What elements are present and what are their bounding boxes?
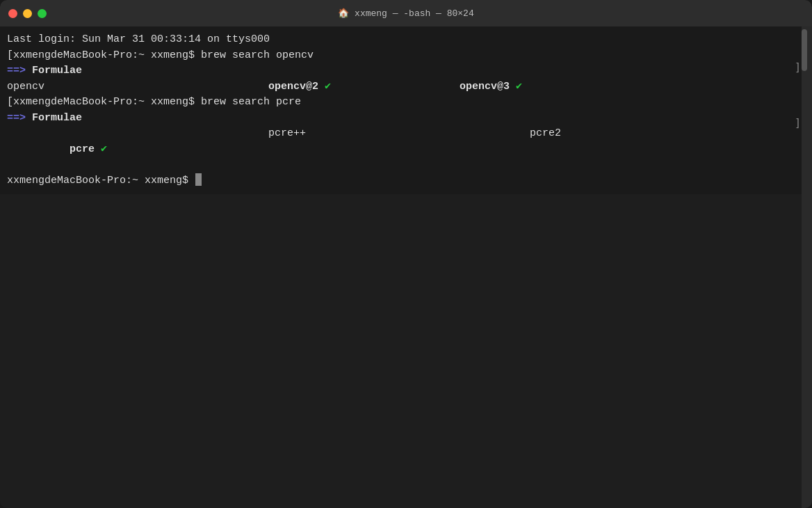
formulae-label-1: Formulae	[32, 63, 82, 79]
maximize-button[interactable]	[38, 9, 47, 18]
opencv3-label: opencv@3	[460, 79, 510, 95]
arrow-1: ==>	[7, 63, 26, 79]
opencv2-label: opencv@2	[268, 79, 318, 95]
space-1	[26, 63, 32, 79]
opencv3-check: ✔	[510, 79, 522, 95]
prompt-3: xxmengdeMacBook-Pro:~ xxmeng$	[7, 173, 195, 189]
title-bar: 🏠 xxmeng — -bash — 80×24	[0, 0, 812, 26]
prompt-2: [xxmengdeMacBook-Pro:~ xxmeng$ brew sear…	[7, 95, 301, 111]
pcrePP-label: pcre++	[268, 126, 530, 173]
cmd1-line: [xxmengdeMacBook-Pro:~ xxmeng$ brew sear…	[7, 48, 798, 64]
results2-line: pcre ✔ pcre++ pcre2	[7, 126, 798, 173]
prompt-1: [xxmengdeMacBook-Pro:~ xxmeng$ brew sear…	[7, 48, 314, 64]
space-2	[26, 111, 32, 127]
pcre-check: ✔	[95, 143, 107, 155]
close-button[interactable]	[8, 9, 17, 18]
opencv2-check: ✔	[318, 79, 331, 95]
formulae-label-2: Formulae	[32, 111, 82, 127]
pcre-label: pcre	[70, 143, 95, 155]
opencv-col1: opencv	[7, 79, 268, 95]
window-title: 🏠 xxmeng — -bash — 80×24	[338, 8, 473, 19]
bracket-bottom: ]	[795, 117, 801, 129]
terminal-body[interactable]: Last login: Sun Mar 31 00:33:14 on ttys0…	[0, 26, 812, 194]
formulae1-line: ==> Formulae	[7, 63, 798, 79]
formulae2-line: ==> Formulae	[7, 111, 798, 127]
arrow-2: ==>	[7, 111, 26, 127]
traffic-lights	[8, 9, 47, 18]
results1-line: opencv opencv@2 ✔ opencv@3 ✔	[7, 79, 798, 95]
cursor	[195, 173, 202, 186]
login-line: Last login: Sun Mar 31 00:33:14 on ttys0…	[7, 32, 798, 48]
pcre2-label: pcre2	[530, 126, 561, 173]
pcre-col1: pcre ✔	[7, 126, 268, 173]
bracket-top: ]	[795, 61, 801, 74]
prompt-line: xxmengdeMacBook-Pro:~ xxmeng$	[7, 173, 798, 189]
terminal-window: 🏠 xxmeng — -bash — 80×24 Last login: Sun…	[0, 0, 812, 508]
minimize-button[interactable]	[23, 9, 32, 18]
cmd2-line: [xxmengdeMacBook-Pro:~ xxmeng$ brew sear…	[7, 95, 798, 111]
login-text: Last login: Sun Mar 31 00:33:14 on ttys0…	[7, 32, 270, 48]
scrollbar-thumb[interactable]	[802, 29, 807, 71]
scrollbar[interactable]	[802, 26, 812, 508]
